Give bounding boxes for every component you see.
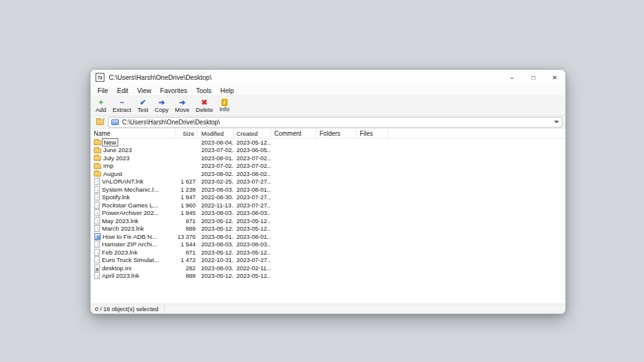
modified-cell: 2023-08-03... [197, 265, 234, 272]
menu-item-edit[interactable]: Edit [113, 86, 133, 95]
created-cell: 2023-05-12... [234, 272, 271, 279]
table-row[interactable]: April 2023.lnk8892023-05-12...2023-05-12… [91, 272, 565, 280]
column-header-size[interactable]: Size [176, 129, 197, 138]
column-header-files[interactable]: Files [357, 129, 388, 138]
table-row[interactable]: PowerArchiver 202...1 8452023-08-03...20… [91, 209, 565, 217]
file-name: How to Fix ADB N... [103, 233, 157, 240]
table-row[interactable]: May 2023.lnk8712023-05-12...2023-05-12..… [91, 217, 565, 225]
close-button[interactable]: ✕ [544, 70, 565, 85]
file-name: July 2023 [103, 155, 130, 162]
modified-cell: 2023-07-02... [197, 146, 234, 153]
name-cell: Hamster ZIP Archi... [91, 241, 176, 248]
table-row[interactable]: March 2023.lnk8892023-05-12...2023-05-12… [91, 225, 565, 233]
table-row[interactable]: Imp2023-07-02...2023-07-02... [91, 162, 565, 170]
move-button[interactable]: ➔Move [172, 98, 192, 114]
file-icon [94, 209, 100, 216]
menu-item-file[interactable]: File [93, 86, 113, 95]
table-row[interactable]: Feb 2023.lnk8712023-05-12...2023-05-12..… [91, 248, 565, 256]
table-row[interactable]: desktop.ini2822023-08-03...2022-02-11... [91, 264, 565, 272]
modified-cell: 2023-08-03... [197, 186, 234, 193]
table-row[interactable]: Hamster ZIP Archi...1 5442023-08-03...20… [91, 241, 565, 249]
test-button[interactable]: ✔Test [134, 98, 151, 114]
modified-cell: 2023-07-02... [197, 162, 234, 169]
file-name: June 2023 [103, 146, 132, 153]
minimize-button[interactable]: – [501, 70, 523, 85]
modified-cell: 2022-08-30... [197, 194, 234, 200]
extract-button[interactable]: −Extract [109, 98, 135, 114]
table-row[interactable]: System Mechanic.l...1 2382023-08-03...20… [91, 185, 565, 194]
table-row[interactable]: Spotify.lnk1 8472022-08-30...2023-07-27.… [91, 194, 565, 202]
table-row[interactable]: Euro Truck Simulat...1 4722022-10-31...2… [91, 256, 565, 265]
name-cell: May 2023.lnk [91, 217, 176, 224]
created-cell: 2023-08-03... [234, 209, 271, 216]
name-cell: March 2023.lnk [91, 225, 176, 232]
folder-up-button[interactable]: ↑ [94, 117, 106, 128]
column-header-modified[interactable]: Modified [197, 129, 234, 138]
name-cell: Euro Truck Simulat... [91, 256, 176, 263]
add-icon: + [99, 99, 103, 107]
name-cell: How to Fix ADB N... [91, 233, 176, 240]
created-cell: 2022-02-11... [234, 265, 271, 272]
tool-button-label: Test [137, 107, 148, 113]
column-header-folders[interactable]: Folders [316, 129, 357, 138]
table-row[interactable]: July 20232023-08-01...2023-07-02... [91, 154, 565, 162]
menu-item-view[interactable]: View [133, 86, 156, 95]
status-text: 0 / 18 object(s) selected [91, 304, 165, 314]
app-icon: 7z [96, 73, 104, 82]
size-cell: 889 [176, 272, 197, 279]
table-row[interactable]: Rockstar Games L...1 9602022-11-13...202… [91, 201, 565, 209]
tool-button-label: Move [175, 107, 189, 113]
table-row[interactable]: June 20232023-07-02...2023-06-05... [91, 146, 565, 155]
file-icon [94, 256, 100, 263]
table-row[interactable]: VALORANT.lnk1 6272023-02-25...2023-07-27… [91, 178, 565, 186]
desktop-folder-icon [111, 119, 119, 125]
menu-item-favorites[interactable]: Favorites [156, 86, 192, 95]
size-cell: 1 847 [176, 194, 197, 200]
menu-item-tools[interactable]: Tools [192, 86, 216, 95]
address-combo[interactable]: C:\Users\Harsh\OneDrive\Desktop\ [108, 117, 562, 128]
chevron-down-icon[interactable] [554, 121, 559, 123]
tool-button-label: Info [219, 106, 230, 112]
table-row[interactable]: New2023-08-04...2023-05-12... [91, 138, 565, 146]
menu-item-help[interactable]: Help [216, 86, 238, 95]
file-name: Rockstar Games L... [102, 202, 158, 209]
add-button[interactable]: +Add [92, 98, 109, 114]
copy-button[interactable]: ➔Copy [152, 98, 172, 114]
address-bar-row: ↑ C:\Users\Harsh\OneDrive\Desktop\ [91, 116, 565, 129]
info-button[interactable]: iInfo [216, 98, 233, 113]
table-row[interactable]: How to Fix ADB N...13 3762023-08-01...20… [91, 233, 565, 241]
file-name: August [103, 170, 123, 177]
name-cell: April 2023.lnk [91, 272, 176, 279]
column-header-created[interactable]: Created [234, 129, 271, 138]
name-cell: Imp [91, 162, 176, 169]
column-header-comment[interactable]: Comment [271, 129, 316, 138]
modified-cell: 2023-05-12... [197, 249, 234, 256]
tool-button-label: Copy [155, 107, 169, 113]
file-name: May 2023.lnk [102, 217, 138, 224]
title-bar[interactable]: 7z C:\Users\Harsh\OneDrive\Desktop\ – □ … [91, 70, 565, 85]
folder-icon [94, 156, 101, 161]
column-header-name[interactable]: Name [91, 129, 176, 138]
tool-button-label: Delete [196, 107, 213, 113]
created-cell: 2023-07-27... [234, 202, 271, 209]
size-cell: 871 [176, 249, 197, 256]
name-cell: VALORANT.lnk [91, 178, 176, 185]
file-name: March 2023.lnk [102, 225, 144, 232]
window-title: C:\Users\Harsh\OneDrive\Desktop\ [109, 74, 211, 81]
name-cell: Feb 2023.lnk [91, 249, 176, 256]
modified-cell: 2023-08-02... [197, 170, 234, 177]
seven-zip-window: 7z C:\Users\Harsh\OneDrive\Desktop\ – □ … [90, 69, 566, 314]
extract-icon: − [119, 99, 124, 107]
modified-cell: 2023-08-03... [197, 209, 234, 216]
column-headers: NameSizeModifiedCreatedCommentFoldersFil… [91, 129, 565, 138]
menu-bar: FileEditViewFavoritesToolsHelp [91, 85, 565, 96]
file-icon [94, 186, 100, 193]
table-row[interactable]: August2023-08-02...2023-08-02... [91, 170, 565, 178]
delete-button[interactable]: ✖Delete [192, 98, 216, 114]
size-cell: 282 [176, 265, 197, 272]
name-cell: desktop.ini [91, 265, 176, 272]
maximize-button[interactable]: □ [523, 70, 544, 85]
modified-cell: 2023-08-01... [197, 233, 234, 240]
file-list-panel: NameSizeModifiedCreatedCommentFoldersFil… [91, 129, 565, 304]
size-cell: 1 238 [176, 186, 197, 193]
